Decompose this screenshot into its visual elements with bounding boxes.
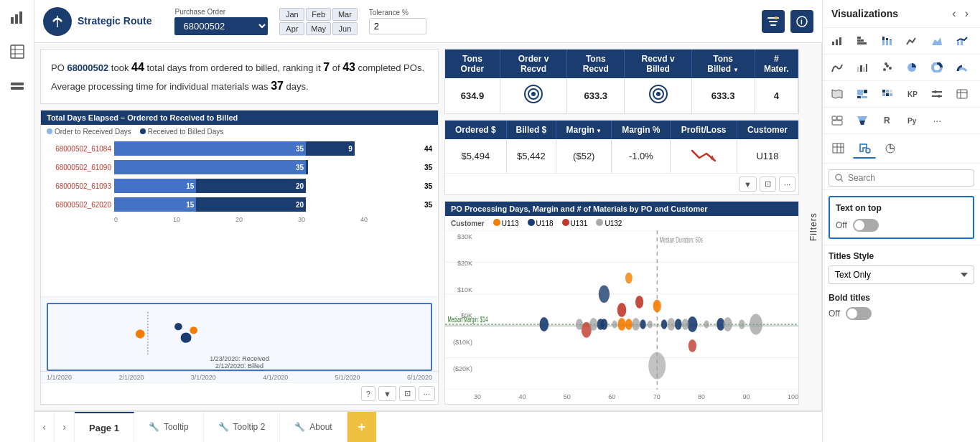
table-expand-btn[interactable]: ⊡ <box>760 177 776 192</box>
tab-bar: ‹ › Page 1 🔧 Tooltip 🔧 Tooltip 2 🔧 About… <box>34 410 822 442</box>
help-btn[interactable]: ? <box>361 386 375 401</box>
summary-total: 43 <box>342 61 355 73</box>
legend-blue-dot <box>47 128 52 134</box>
svg-point-42 <box>600 319 607 330</box>
po-label: Purchase Order <box>174 8 268 16</box>
svg-rect-80 <box>857 67 859 72</box>
expand-btn[interactable]: ⊡ <box>399 386 416 401</box>
vis-icon-map[interactable] <box>827 85 847 103</box>
vis-icon-treemap[interactable] <box>852 85 872 103</box>
date-jan[interactable]: Jan <box>279 8 304 21</box>
info-icon-btn[interactable]: i <box>790 10 813 33</box>
vis-icon-line[interactable] <box>902 32 922 50</box>
top-bar: Strategic Route Purchase Order 68000502 … <box>34 0 822 43</box>
vis-icon-bar[interactable] <box>827 32 847 50</box>
vis-icon-waterfall[interactable] <box>852 59 872 76</box>
th-margin[interactable]: Margin <box>556 121 612 139</box>
date-apr[interactable]: Apr <box>279 22 304 35</box>
tab-prev-btn[interactable]: ‹ <box>34 412 55 442</box>
svg-point-10 <box>775 17 778 19</box>
td-tons-recvd: 633.3 <box>567 78 625 113</box>
vis-icon-more[interactable]: ··· <box>927 112 947 129</box>
vis-icon-pie[interactable] <box>902 59 922 76</box>
vis-icon-matrix[interactable] <box>877 85 897 103</box>
th-tons-billed[interactable]: Tons Billed <box>691 50 755 78</box>
svg-point-23 <box>656 92 661 96</box>
bold-titles-toggle[interactable] <box>846 307 872 320</box>
text-on-top-toggle[interactable] <box>853 219 879 232</box>
th-order-v-recvd: Order v Recvd <box>500 50 566 78</box>
svg-rect-74 <box>886 40 888 45</box>
vis-icon-funnel[interactable] <box>852 112 872 129</box>
date-may[interactable]: May <box>306 22 331 35</box>
vis-icon-slicer[interactable] <box>927 85 947 103</box>
bar-label-2: 68000502_61090 <box>47 164 111 171</box>
table-more-btn[interactable]: ··· <box>779 177 795 192</box>
tooltip1-icon: 🔧 <box>149 422 159 432</box>
sidebar-icon-layers[interactable] <box>6 75 29 98</box>
left-sidebar <box>0 0 34 442</box>
summary-days: 44 <box>131 61 144 73</box>
vis-icon-combo[interactable] <box>952 32 972 50</box>
vis-icon-stacked-bar[interactable] <box>877 32 897 50</box>
vis-icon-ribbon[interactable] <box>827 59 847 76</box>
tab-add-btn[interactable]: + <box>347 412 376 442</box>
purchase-order-section: Purchase Order 68000502 <box>174 8 268 35</box>
vis-icon-kpi[interactable]: KPI <box>902 85 922 103</box>
more-btn[interactable]: ··· <box>419 386 435 401</box>
logo-area: Strategic Route <box>43 7 151 36</box>
vis-icon-donut[interactable] <box>927 59 947 76</box>
vis-search-input[interactable] <box>848 173 968 183</box>
titles-style-dropdown[interactable]: Text Only Bold Italic <box>829 265 974 284</box>
svg-rect-70 <box>857 42 867 44</box>
vis-icon-python[interactable]: Py <box>902 112 922 129</box>
svg-point-60 <box>704 320 709 328</box>
vis-icon-scatter[interactable] <box>877 59 897 76</box>
po-dropdown[interactable]: 68000502 <box>174 17 268 35</box>
vis-icon-matrix2[interactable] <box>827 112 847 129</box>
vis-extra-paint[interactable] <box>853 138 876 159</box>
date-feb[interactable]: Feb <box>306 8 331 21</box>
tolerance-input[interactable] <box>369 18 426 34</box>
bold-titles-label: Bold titles <box>829 293 974 303</box>
svg-marker-24 <box>711 155 715 161</box>
tab-page1[interactable]: Page 1 <box>75 412 134 442</box>
svg-point-103 <box>934 90 937 93</box>
filters-tab[interactable]: Filters <box>805 43 822 410</box>
bar-row: 68000502_61093 15 20 35 <box>47 179 432 193</box>
vis-icon-bar-h[interactable] <box>852 32 872 50</box>
th-margin-pct: Margin % <box>612 121 671 139</box>
tooltip2-icon: 🔧 <box>218 422 229 432</box>
svg-marker-113 <box>859 121 865 125</box>
vis-extra-grid[interactable] <box>827 138 850 159</box>
bar-label-3: 68000502_61093 <box>47 182 111 190</box>
filter-icon-btn[interactable] <box>762 10 785 33</box>
tab-tooltip1[interactable]: 🔧 Tooltip <box>134 412 204 442</box>
tab-next-btn[interactable]: › <box>55 412 75 442</box>
tab-tooltip2[interactable]: 🔧 Tooltip 2 <box>204 412 281 442</box>
svg-marker-112 <box>857 116 867 121</box>
svg-text:i: i <box>801 18 803 26</box>
svg-rect-93 <box>857 96 861 98</box>
sidebar-icon-table[interactable] <box>6 40 29 63</box>
date-mar[interactable]: Mar <box>332 8 358 21</box>
tolerance-label: Tolerance % <box>369 9 426 17</box>
legend-dark-dot <box>140 128 146 134</box>
right-panel: Tons Order Order v Recvd Tons Recvd Recv… <box>444 49 799 405</box>
vis-icon-area[interactable] <box>927 32 947 50</box>
tab-about[interactable]: 🔧 About <box>280 412 347 442</box>
date-jun[interactable]: Jun <box>332 22 358 35</box>
vis-icon-gauge[interactable] <box>952 59 972 76</box>
sidebar-icon-chart[interactable] <box>6 6 29 29</box>
bar-dark-3: 20 <box>196 179 306 193</box>
vis-icon-table[interactable] <box>952 85 972 103</box>
vis-prev-btn[interactable]: ‹ <box>949 7 958 20</box>
filter-btn[interactable]: ▼ <box>378 386 396 401</box>
table-filter-btn[interactable]: ▼ <box>739 177 757 192</box>
bar-total-4: 35 <box>424 201 432 209</box>
vis-next-btn[interactable]: › <box>962 7 971 20</box>
vis-search <box>823 164 980 190</box>
vis-extra-analytics[interactable] <box>879 138 902 159</box>
scatter-xaxis: 30 40 50 60 70 80 90 100 <box>445 390 798 404</box>
vis-icon-r[interactable]: R <box>877 112 897 129</box>
